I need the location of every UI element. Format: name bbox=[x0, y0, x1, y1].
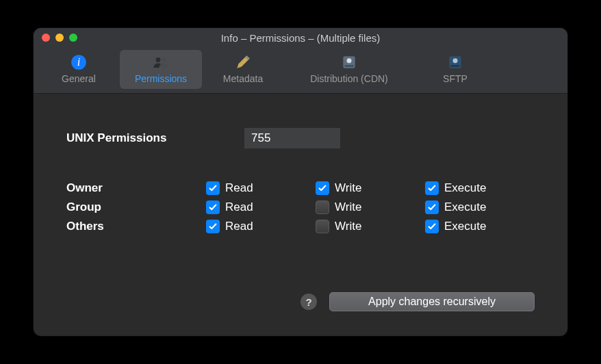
disk-icon bbox=[340, 53, 358, 71]
group-execute-checkbox[interactable] bbox=[425, 200, 439, 214]
unix-permissions-label: UNIX Permissions bbox=[66, 131, 244, 145]
read-label: Read bbox=[225, 200, 253, 214]
tab-label: General bbox=[62, 73, 96, 84]
owner-execute-checkbox[interactable] bbox=[425, 181, 439, 195]
write-label: Write bbox=[335, 200, 361, 214]
tab-metadata[interactable]: Metadata bbox=[202, 50, 284, 89]
info-window: Info – Permissions – (Multiple files) i … bbox=[34, 28, 567, 336]
tab-permissions[interactable]: Permissions bbox=[120, 50, 202, 89]
minimize-icon[interactable] bbox=[55, 34, 64, 42]
group-label: Group bbox=[66, 200, 206, 214]
window-controls bbox=[42, 34, 77, 42]
others-label: Others bbox=[66, 220, 206, 233]
owner-write-checkbox[interactable] bbox=[316, 181, 329, 195]
zoom-icon[interactable] bbox=[69, 34, 77, 42]
execute-label: Execute bbox=[444, 220, 486, 233]
svg-text:i: i bbox=[77, 56, 81, 68]
svg-rect-9 bbox=[451, 65, 460, 66]
users-icon bbox=[152, 53, 170, 71]
others-execute-checkbox[interactable] bbox=[425, 220, 439, 233]
owner-label: Owner bbox=[66, 181, 206, 195]
info-icon: i bbox=[70, 53, 88, 71]
tab-label: Distribution (CDN) bbox=[310, 73, 388, 84]
window-title: Info – Permissions – (Multiple files) bbox=[34, 32, 567, 44]
tab-label: SFTP bbox=[443, 73, 468, 84]
disk-blue-icon bbox=[446, 53, 464, 71]
execute-label: Execute bbox=[444, 181, 486, 195]
permissions-panel: UNIX Permissions Owner Read Write Execut… bbox=[34, 94, 567, 336]
svg-point-8 bbox=[453, 58, 458, 63]
unix-permissions-input[interactable] bbox=[244, 128, 340, 148]
others-read-checkbox[interactable] bbox=[206, 220, 220, 233]
tab-distribution[interactable]: Distribution (CDN) bbox=[284, 50, 414, 89]
svg-point-2 bbox=[156, 57, 161, 62]
owner-row: Owner Read Write Execute bbox=[66, 181, 535, 195]
tab-sftp[interactable]: SFTP bbox=[414, 50, 496, 89]
help-button[interactable]: ? bbox=[300, 294, 317, 310]
svg-point-5 bbox=[347, 58, 352, 63]
close-icon[interactable] bbox=[42, 34, 50, 42]
execute-label: Execute bbox=[444, 200, 486, 214]
read-label: Read bbox=[225, 181, 253, 195]
unix-permissions-row: UNIX Permissions bbox=[66, 128, 535, 148]
group-read-checkbox[interactable] bbox=[206, 200, 220, 214]
read-label: Read bbox=[225, 220, 253, 233]
write-label: Write bbox=[335, 181, 361, 195]
others-write-checkbox[interactable] bbox=[316, 220, 329, 233]
svg-rect-6 bbox=[345, 65, 354, 66]
tab-general[interactable]: i General bbox=[38, 50, 120, 89]
footer: ? Apply changes recursively bbox=[300, 292, 535, 311]
group-row: Group Read Write Execute bbox=[66, 200, 535, 214]
titlebar: Info – Permissions – (Multiple files) bbox=[34, 28, 567, 47]
tab-label: Permissions bbox=[135, 73, 187, 84]
owner-read-checkbox[interactable] bbox=[206, 181, 220, 195]
toolbar: i General Permissions Metadata bbox=[34, 47, 567, 94]
tab-label: Metadata bbox=[223, 73, 263, 84]
group-write-checkbox[interactable] bbox=[316, 200, 329, 214]
svg-point-3 bbox=[162, 57, 166, 62]
write-label: Write bbox=[335, 220, 361, 233]
others-row: Others Read Write Execute bbox=[66, 220, 535, 233]
pencil-icon bbox=[234, 53, 252, 71]
apply-recursively-button[interactable]: Apply changes recursively bbox=[329, 292, 535, 311]
